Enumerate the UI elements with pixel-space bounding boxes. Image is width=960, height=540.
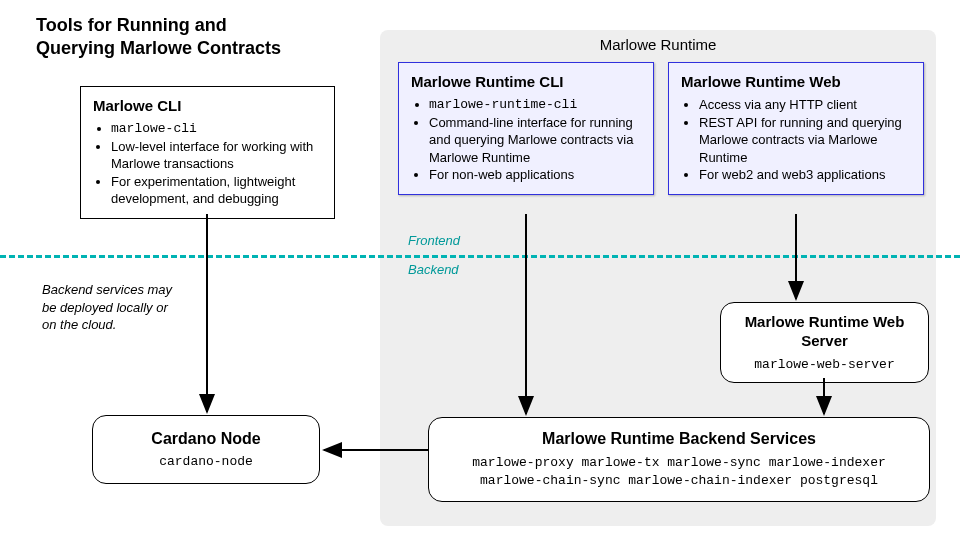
runtime-web-bullet-2: For web2 and web3 applications <box>699 166 911 184</box>
marlowe-cli-box: Marlowe CLI marlowe-cli Low-level interf… <box>80 86 335 219</box>
deployment-note: Backend services may be deployed locally… <box>42 281 172 334</box>
frontend-backend-divider <box>0 255 960 258</box>
runtime-web-bullet-1: REST API for running and querying Marlow… <box>699 114 911 167</box>
backend-label: Backend <box>408 262 459 277</box>
runtime-cli-title: Marlowe Runtime CLI <box>411 73 641 90</box>
runtime-web-box: Marlowe Runtime Web Access via any HTTP … <box>668 62 924 195</box>
note-line-2: be deployed locally or <box>42 300 168 315</box>
backend-services-title: Marlowe Runtime Backend Services <box>443 430 915 448</box>
cardano-node-code: cardano-node <box>103 454 309 469</box>
marlowe-cli-bullet-1: Low-level interface for working with Mar… <box>111 138 322 173</box>
web-server-title: Marlowe Runtime Web Server <box>729 313 920 351</box>
note-line-3: on the cloud. <box>42 317 116 332</box>
marlowe-cli-code: marlowe-cli <box>111 120 322 138</box>
cardano-node-title: Cardano Node <box>103 430 309 448</box>
note-line-1: Backend services may <box>42 282 172 297</box>
runtime-web-bullet-0: Access via any HTTP client <box>699 96 911 114</box>
marlowe-cli-bullet-2: For experimentation, lightweight develop… <box>111 173 322 208</box>
frontend-label: Frontend <box>408 233 460 248</box>
backend-services-box: Marlowe Runtime Backend Services marlowe… <box>428 417 930 502</box>
backend-services-codes: marlowe-proxy marlowe-tx marlowe-sync ma… <box>443 454 915 489</box>
title-line-2: Querying Marlowe Contracts <box>36 38 281 58</box>
title-line-1: Tools for Running and <box>36 15 227 35</box>
cardano-node-box: Cardano Node cardano-node <box>92 415 320 484</box>
marlowe-cli-title: Marlowe CLI <box>93 97 322 114</box>
runtime-cli-bullet-1: Command-line interface for running and q… <box>429 114 641 167</box>
web-server-box: Marlowe Runtime Web Server marlowe-web-s… <box>720 302 929 383</box>
web-server-code: marlowe-web-server <box>729 357 920 372</box>
runtime-web-title: Marlowe Runtime Web <box>681 73 911 90</box>
runtime-cli-code: marlowe-runtime-cli <box>429 96 641 114</box>
runtime-group-label: Marlowe Runtime <box>380 36 936 53</box>
runtime-cli-box: Marlowe Runtime CLI marlowe-runtime-cli … <box>398 62 654 195</box>
runtime-cli-bullet-2: For non-web applications <box>429 166 641 184</box>
diagram-title: Tools for Running and Querying Marlowe C… <box>36 14 281 61</box>
